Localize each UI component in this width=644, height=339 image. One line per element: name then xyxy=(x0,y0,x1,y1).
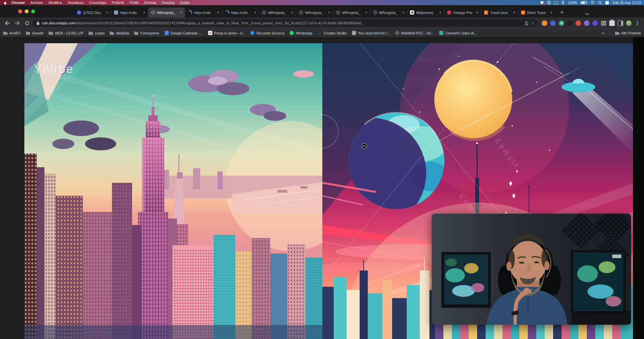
obs-icon[interactable] xyxy=(547,1,551,4)
back-button[interactable] xyxy=(4,19,11,27)
tab-travel-post[interactable]: ETravel post× xyxy=(481,7,518,18)
menu-modifica[interactable]: Modifica xyxy=(49,1,62,5)
tab-close-icon[interactable]: × xyxy=(180,10,183,15)
chevron-down-icon[interactable] xyxy=(585,11,589,15)
bookmark-converti-i-video-di-[interactable]: Converti i video di... xyxy=(439,31,477,35)
tab-retro-trave[interactable]: ERetro Trave× xyxy=(518,7,555,18)
bookmark-formazione[interactable]: Formazione xyxy=(134,31,159,35)
bookmark-crypto[interactable]: crypto xyxy=(89,31,105,35)
left-artwork-image[interactable]: Ynirbe xyxy=(24,43,322,339)
extensions-puzzle-icon[interactable] xyxy=(609,20,615,26)
green-extension-icon[interactable]: N xyxy=(559,20,564,26)
spotlight-icon[interactable] xyxy=(598,1,602,5)
tab-close-icon[interactable]: × xyxy=(105,10,109,15)
metamask-extension-icon[interactable] xyxy=(542,20,547,26)
close-window-button[interactable] xyxy=(18,9,22,13)
bookmark-you-searched-for-i-[interactable]: You searched for I... xyxy=(352,31,390,35)
globe-favicon xyxy=(373,10,377,15)
tab-close-icon[interactable]: × xyxy=(550,10,553,15)
menu-profili[interactable]: Profili xyxy=(130,1,139,5)
tab-close-icon[interactable]: × xyxy=(513,10,516,15)
wifi-icon[interactable] xyxy=(590,1,595,5)
bookmarks-overflow-chevron[interactable]: » xyxy=(602,31,604,35)
globe-favicon xyxy=(336,10,340,15)
grid-extension-icon[interactable] xyxy=(601,20,606,26)
menu-preferiti[interactable]: Preferiti xyxy=(112,1,124,5)
indigo-extension-icon[interactable] xyxy=(592,20,598,26)
tab--2762-disc[interactable]: (2762) Disc× xyxy=(74,7,111,18)
bookmark-creator-studio[interactable]: ∞Creator Studio xyxy=(317,31,347,35)
bookmark-star-icon[interactable]: ☆ xyxy=(531,21,535,26)
bookmark-idealista[interactable]: idealista xyxy=(110,31,129,35)
tab-vintage-pos[interactable]: Vintage Pos× xyxy=(444,7,481,18)
bookmark-whatsapp[interactable]: WhatsApp xyxy=(290,31,312,35)
apple-icon[interactable] xyxy=(3,1,7,5)
forward-button[interactable] xyxy=(14,19,21,27)
tab-label: https://cdn. xyxy=(120,11,141,15)
tab-close-icon[interactable]: × xyxy=(254,10,257,15)
menu-visualizza[interactable]: Visualizza xyxy=(68,1,83,5)
tab-mrregista-[interactable]: MRregista_× xyxy=(148,7,185,18)
tab-mrregista-[interactable]: MRregista_× xyxy=(296,7,333,18)
bookmark-posta-in-arrivo-ri-[interactable]: MPosta in arrivo - ri... xyxy=(208,31,245,35)
bookmark-web-level-up[interactable]: WEB - LEVEL-UP xyxy=(49,31,83,35)
gmail-favicon: M xyxy=(208,31,212,35)
bookmark-label: crypto xyxy=(95,31,105,35)
reload-button[interactable] xyxy=(23,19,31,27)
share-icon[interactable] xyxy=(525,21,528,25)
bookmark-google-calendar-[interactable]: Google Calendar -... xyxy=(165,31,203,35)
tab-mrregista-[interactable]: MRregista_× xyxy=(259,7,296,18)
tab-close-icon[interactable]: × xyxy=(365,10,368,15)
purple-extension-icon[interactable] xyxy=(584,20,589,26)
tab-close-icon[interactable]: × xyxy=(291,10,294,15)
screen-record-icon[interactable] xyxy=(540,1,544,4)
bluetooth-icon[interactable] xyxy=(562,1,564,5)
dark-extension-icon[interactable] xyxy=(567,20,573,26)
google-calendar-favicon xyxy=(165,31,169,35)
menu-finestra[interactable]: Finestra xyxy=(162,1,175,5)
vintage-favicon xyxy=(447,10,451,15)
menu-kebab-icon[interactable] xyxy=(635,20,640,26)
left-monitor xyxy=(441,252,491,308)
side-panel-icon[interactable] xyxy=(618,20,623,26)
webcam-overlay xyxy=(432,214,631,325)
zoom-window-button[interactable] xyxy=(31,9,35,13)
tab-https-cdn-[interactable]: https://cdn.× xyxy=(222,7,259,18)
new-tab-button[interactable]: + xyxy=(558,8,566,17)
right-monitor xyxy=(571,250,631,325)
menu-archivio[interactable]: Archivio xyxy=(31,1,43,5)
tab-mrregista-[interactable]: MRregista_× xyxy=(333,7,370,18)
bookmark-riccardo-scrocca[interactable]: fRiccardo Scrocca xyxy=(250,31,284,35)
menu-cronologia[interactable]: Cronologia xyxy=(89,1,106,5)
blue-extension-icon[interactable] xyxy=(550,20,556,26)
tab-mrregista-[interactable]: MRregista_× xyxy=(370,7,407,18)
tab-close-icon[interactable]: × xyxy=(402,10,405,15)
etsy-favicon: E xyxy=(521,10,525,15)
tab-label: Travel post xyxy=(490,11,511,15)
tab-close-icon[interactable]: × xyxy=(328,10,331,15)
tab-close-icon[interactable]: × xyxy=(476,10,479,15)
bookmark-label: Growth xyxy=(32,31,43,35)
profile-avatar[interactable] xyxy=(626,20,632,26)
bookmark-altri-preferiti[interactable]: Altri Preferiti xyxy=(615,31,641,35)
tab-close-icon[interactable]: × xyxy=(439,10,442,15)
control-center-icon[interactable] xyxy=(605,1,609,5)
tab-label: Vintage Pos xyxy=(453,11,474,15)
menu-scheda[interactable]: Scheda xyxy=(144,1,156,5)
tab-midjourney[interactable]: Midjourney× xyxy=(407,7,444,18)
minimize-window-button[interactable] xyxy=(25,9,29,13)
menu-chrome[interactable]: Chrome xyxy=(11,1,25,5)
tab-close-icon[interactable]: × xyxy=(142,10,146,15)
red-extension-icon[interactable] xyxy=(576,20,581,26)
menu-guida[interactable]: Guida xyxy=(180,1,190,5)
address-bar[interactable]: cdn.discordapp.com/attachments/101351233… xyxy=(33,19,538,27)
bookmark-webmail-pec-de-[interactable]: WebMail PEC - De... xyxy=(395,31,434,35)
zoom-out-cursor xyxy=(362,143,367,149)
tab-close-icon[interactable]: × xyxy=(217,10,220,15)
bookmark-ai-art[interactable]: AI ART xyxy=(3,31,21,35)
tab-https-cdn-[interactable]: https://cdn.× xyxy=(185,7,222,18)
tab-https-cdn-[interactable]: https://cdn.× xyxy=(111,7,148,18)
bookmark-growth[interactable]: Growth xyxy=(26,31,43,35)
browser-toolbar: cdn.discordapp.com/attachments/101351233… xyxy=(0,18,644,29)
display-icon[interactable] xyxy=(554,1,558,4)
